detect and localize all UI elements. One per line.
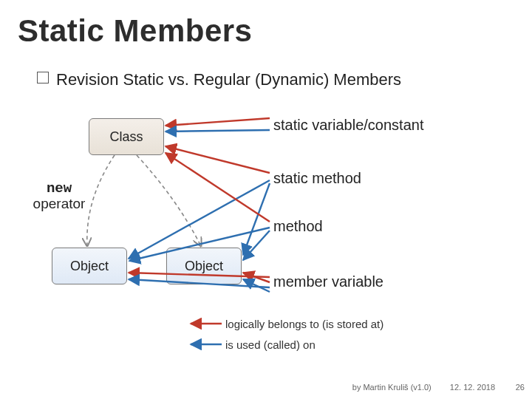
class-box: Class bbox=[89, 118, 164, 155]
svg-line-0 bbox=[166, 118, 270, 126]
footer: by Martin Kruliš (v1.0) 12. 12. 2018 bbox=[352, 383, 495, 392]
svg-line-4 bbox=[243, 183, 270, 255]
bullet-icon bbox=[37, 72, 49, 83]
label-member-variable: member variable bbox=[273, 273, 383, 290]
class-box-label: Class bbox=[109, 129, 143, 145]
slide: Static Members Revision Static vs. Regul… bbox=[0, 0, 532, 399]
new-keyword: new bbox=[47, 180, 72, 197]
label-method: method bbox=[273, 218, 323, 235]
label-static-method: static method bbox=[273, 170, 361, 187]
legend-belongs: logically belongs to (is stored at) bbox=[225, 318, 383, 330]
svg-line-1 bbox=[166, 130, 270, 132]
slide-subtitle: Revision Static vs. Regular (Dynamic) Me… bbox=[37, 69, 401, 89]
svg-line-9 bbox=[243, 273, 270, 282]
new-operator-label: new operator bbox=[30, 180, 89, 212]
subtitle-revision: Revision bbox=[56, 70, 118, 89]
label-static-variable: static variable/constant bbox=[273, 117, 423, 134]
object-box-2-label: Object bbox=[185, 259, 223, 274]
footer-author: by Martin Kruliš (v1.0) bbox=[352, 383, 432, 392]
object-box-1: Object bbox=[52, 248, 127, 284]
operator-word: operator bbox=[33, 196, 86, 211]
object-box-2: Object bbox=[166, 248, 242, 284]
footer-date: 12. 12. 2018 bbox=[450, 383, 495, 392]
subtitle-rest: Static vs. Regular (Dynamic) Members bbox=[123, 70, 402, 89]
object-box-1-label: Object bbox=[70, 259, 109, 274]
slide-title: Static Members bbox=[18, 13, 252, 49]
svg-line-7 bbox=[243, 231, 270, 260]
svg-line-5 bbox=[166, 153, 270, 222]
svg-line-2 bbox=[166, 146, 270, 173]
legend-used: is used (called) on bbox=[225, 338, 316, 351]
svg-line-11 bbox=[243, 279, 270, 292]
page-number: 26 bbox=[516, 383, 525, 392]
